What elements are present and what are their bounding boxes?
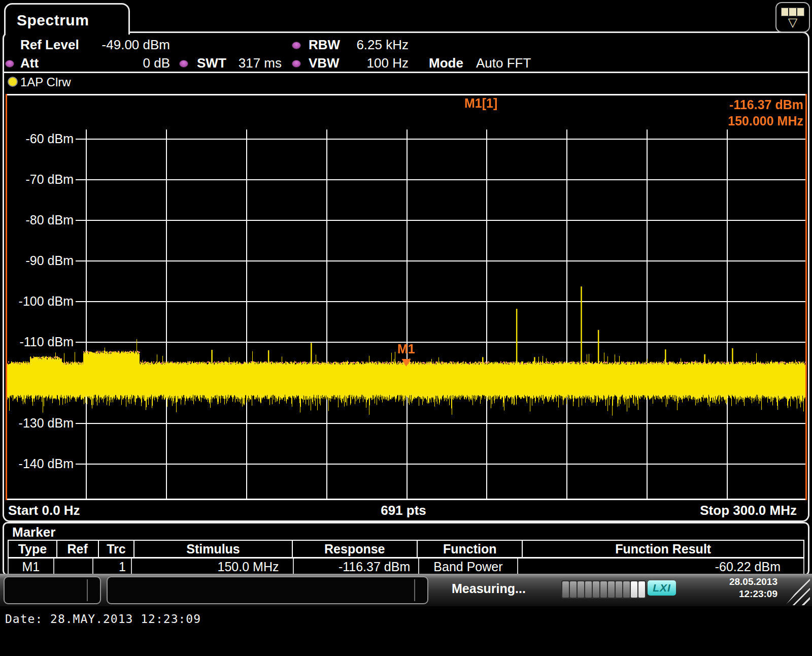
ref-level-value[interactable]: -49.00 dBm xyxy=(81,38,170,52)
rbw-coupling-bullet-icon xyxy=(292,42,301,49)
progress-segment xyxy=(600,581,607,598)
x-axis-points-label: 691 pts xyxy=(345,503,462,518)
att-value[interactable]: 0 dB xyxy=(81,56,170,70)
marker-readout-frequency: 150.000 MHz xyxy=(692,114,803,128)
resize-grip-icon xyxy=(786,575,810,605)
status-time: 12:23:09 xyxy=(729,588,777,600)
column-header-response: Response xyxy=(293,541,418,557)
marker-readout-label: M1[1] xyxy=(464,96,497,110)
status-field-message[interactable] xyxy=(107,576,428,604)
status-bar: Measuring... LXI 28.05.2013 12:23:09 xyxy=(0,574,812,606)
vbw-coupling-bullet-icon xyxy=(292,60,301,68)
display-menu-button[interactable]: ▽ xyxy=(775,2,810,32)
column-header-stimulus: Stimulus xyxy=(134,541,292,557)
marker-table: Type Ref Trc Stimulus Response Function … xyxy=(8,540,804,575)
dropdown-triangle-icon: ▽ xyxy=(776,15,809,29)
ref-level-label: Ref Level xyxy=(20,38,79,52)
progress-segment xyxy=(578,581,584,598)
status-field-left[interactable] xyxy=(4,576,101,604)
swt-value[interactable]: 317 ms xyxy=(228,56,282,70)
progress-segment xyxy=(623,581,630,598)
swt-coupling-bullet-icon xyxy=(179,60,188,68)
marker-cell-stimulus: 150.0 MHz xyxy=(132,559,294,575)
mode-label: Mode xyxy=(429,56,463,70)
att-coupling-bullet-icon xyxy=(5,60,14,68)
column-header-function: Function xyxy=(418,541,523,557)
marker-cell-type: M1 xyxy=(8,559,54,575)
column-header-ref: Ref xyxy=(57,541,99,557)
progress-segment xyxy=(616,581,622,598)
vbw-value[interactable]: 100 Hz xyxy=(332,56,409,70)
marker-cell-trc: 1 xyxy=(93,559,132,575)
trace1-color-icon xyxy=(8,77,18,87)
status-date: 28.05.2013 xyxy=(729,576,777,588)
header-separator xyxy=(3,72,809,73)
column-header-trc: Trc xyxy=(99,541,135,557)
spectrum-canvas[interactable] xyxy=(6,94,807,500)
marker-table-row-m1[interactable]: M1 1 150.0 MHz -116.37 dBm Band Power -6… xyxy=(8,559,804,575)
marker-panel-title: Marker xyxy=(12,524,55,540)
marker-table-header-row: Type Ref Trc Stimulus Response Function … xyxy=(8,541,804,559)
x-axis-start-label[interactable]: Start 0.0 Hz xyxy=(8,503,80,518)
marker-cell-function: Band Power xyxy=(419,559,518,575)
x-axis-stop-label[interactable]: Stop 300.0 MHz xyxy=(700,503,797,518)
progress-segment xyxy=(638,581,645,598)
tab-title: Spectrum xyxy=(17,12,89,29)
progress-segment xyxy=(631,581,637,598)
progress-segment xyxy=(585,581,592,598)
status-datetime: 28.05.2013 12:23:09 xyxy=(729,576,777,600)
progress-segment xyxy=(608,581,615,598)
marker-m1-label[interactable]: M1 xyxy=(397,342,415,356)
spectrum-analyzer-screen: Spectrum ▽ Ref Level -49.00 dBm RBW 6.25… xyxy=(0,0,812,656)
marker-cell-function-result: -60.22 dBm xyxy=(518,559,804,575)
marker-cell-response: -116.37 dBm xyxy=(294,559,419,575)
progress-segment xyxy=(593,581,599,598)
rbw-value[interactable]: 6.25 kHz xyxy=(332,38,409,52)
mode-value[interactable]: Auto FFT xyxy=(476,56,531,70)
progress-segment xyxy=(562,581,569,598)
att-label: Att xyxy=(20,56,39,70)
measuring-status: Measuring... xyxy=(452,581,526,596)
lxi-icon: LXI xyxy=(648,580,676,596)
progress-bar xyxy=(561,580,646,599)
marker-cell-ref xyxy=(54,559,93,575)
marker-readout-level: -116.37 dBm xyxy=(692,97,803,112)
footer-date-line: Date: 28.MAY.2013 12:23:09 xyxy=(5,612,201,626)
progress-segment xyxy=(570,581,577,598)
plot-area[interactable]: -60 dBm-70 dBm-80 dBm-90 dBm-100 dBm-110… xyxy=(6,94,807,500)
column-header-function-result: Function Result xyxy=(523,541,804,557)
column-header-type: Type xyxy=(8,541,57,557)
trace1-legend-label[interactable]: 1AP Clrw xyxy=(20,75,71,89)
marker-panel: Marker Type Ref Trc Stimulus Response Fu… xyxy=(3,522,809,576)
spectrum-tab[interactable]: Spectrum xyxy=(4,3,130,35)
swt-label: SWT xyxy=(197,56,226,70)
